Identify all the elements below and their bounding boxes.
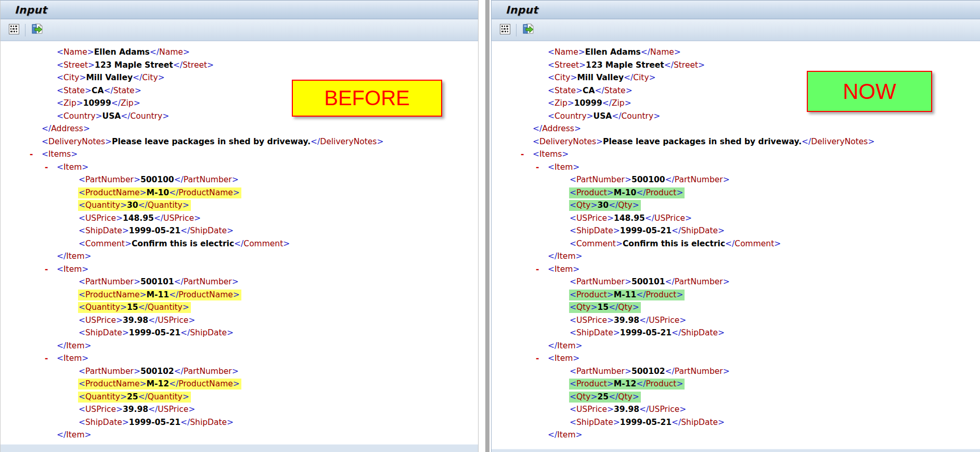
- xml-line: <ShipDate>1999-05-21</ShipDate>: [1, 416, 478, 429]
- collapse-marker[interactable]: -: [30, 148, 33, 161]
- xml-line: <ProductName>M-10</ProductName>: [1, 186, 478, 199]
- xml-line: <Quantity>25</Quantity>: [1, 391, 478, 404]
- xml-line: -<Items>: [1, 148, 478, 161]
- xml-line: <ProductName>M-11</ProductName>: [1, 288, 478, 302]
- xml-line: <Product>M-12</Product>: [492, 378, 980, 391]
- text-table-button[interactable]: [7, 22, 21, 37]
- xml-line: <PartNumber>500100</PartNumber>: [492, 173, 980, 186]
- xml-line: <ShipDate>1999-05-21</ShipDate>: [1, 327, 478, 340]
- panel-title: Input: [506, 4, 538, 16]
- xml-line: <USPrice>148.95</USPrice>: [492, 212, 980, 225]
- panel-divider-bar[interactable]: [485, 0, 489, 452]
- export-icon: [522, 23, 535, 37]
- panel-divider[interactable]: [479, 0, 491, 452]
- xml-line: </Address>: [492, 122, 980, 135]
- xml-line: -<Item>: [492, 352, 980, 365]
- xml-line: <Product>M-11</Product>: [492, 288, 980, 302]
- xml-line: <Comment>Confirm this is electric</Comme…: [492, 237, 980, 250]
- xml-line: </Item>: [1, 250, 478, 263]
- xml-line: <Qty>15</Qty>: [492, 301, 980, 314]
- toolbar: [492, 19, 980, 41]
- panel-header: Input: [1, 1, 478, 19]
- xml-line: <Qty>30</Qty>: [492, 199, 980, 212]
- xml-line: <USPrice>39.98</USPrice>: [1, 314, 478, 327]
- text-table-icon: [499, 23, 511, 36]
- xml-line: -<Item>: [492, 161, 980, 174]
- xml-line: <PartNumber>500100</PartNumber>: [1, 173, 478, 186]
- xml-line: <DeliveryNotes>Please leave packages in …: [492, 135, 980, 148]
- panel-header: Input: [492, 1, 980, 19]
- xml-line: </Item>: [492, 250, 980, 263]
- export-icon: [31, 23, 44, 37]
- text-table-button[interactable]: [498, 22, 512, 37]
- input-panel-before: Input: [0, 0, 479, 452]
- horizontal-scrollbar[interactable]: [492, 449, 980, 452]
- collapse-marker[interactable]: -: [521, 148, 524, 161]
- collapse-marker[interactable]: -: [536, 161, 539, 174]
- collapse-marker[interactable]: -: [45, 263, 48, 276]
- xml-line: </Item>: [492, 429, 980, 442]
- xml-line: -<Item>: [492, 263, 980, 276]
- collapse-marker[interactable]: -: [45, 161, 48, 174]
- xml-line: <Street>123 Maple Street</Street>: [492, 59, 980, 72]
- xml-line: <Comment>Confirm this is electric</Comme…: [1, 237, 478, 250]
- collapse-marker[interactable]: -: [45, 352, 48, 365]
- collapse-marker[interactable]: -: [536, 263, 539, 276]
- xml-line: <Name>Ellen Adams</Name>: [492, 46, 980, 59]
- xml-line: <PartNumber>500102</PartNumber>: [1, 365, 478, 378]
- xml-line: -<Items>: [492, 148, 980, 161]
- export-button[interactable]: [30, 22, 45, 38]
- xml-line: <ShipDate>1999-05-21</ShipDate>: [492, 327, 980, 340]
- xml-line: <ShipDate>1999-05-21</ShipDate>: [492, 416, 980, 429]
- xml-line: </Item>: [1, 340, 478, 353]
- xml-line: <DeliveryNotes>Please leave packages in …: [1, 135, 478, 148]
- toolbar-separator: [25, 24, 25, 36]
- export-button[interactable]: [521, 22, 536, 38]
- app-window: Input: [0, 0, 980, 452]
- collapse-marker[interactable]: -: [536, 352, 539, 365]
- toolbar: [1, 19, 478, 41]
- xml-line: <Name>Ellen Adams</Name>: [1, 46, 478, 59]
- xml-line: </Item>: [1, 429, 478, 442]
- xml-line: <Street>123 Maple Street</Street>: [1, 59, 478, 72]
- xml-line: <USPrice>39.98</USPrice>: [1, 403, 478, 416]
- xml-line: <USPrice>39.98</USPrice>: [492, 314, 980, 327]
- xml-line: <PartNumber>500101</PartNumber>: [1, 275, 478, 288]
- input-panel-now: Input: [491, 0, 980, 452]
- xml-line: <Quantity>30</Quantity>: [1, 199, 478, 212]
- xml-line: </Item>: [492, 340, 980, 353]
- now-badge: NOW: [807, 71, 932, 112]
- xml-line: <PartNumber>500102</PartNumber>: [492, 365, 980, 378]
- xml-line: </Address>: [1, 122, 478, 135]
- xml-line: <Qty>25</Qty>: [492, 391, 980, 404]
- xml-line: -<Item>: [1, 161, 478, 174]
- panel-title: Input: [15, 4, 47, 16]
- xml-line: -<Item>: [1, 263, 478, 276]
- horizontal-scrollbar[interactable]: [1, 444, 478, 452]
- text-table-icon: [8, 23, 20, 36]
- xml-line: <Product>M-10</Product>: [492, 186, 980, 199]
- xml-line: <USPrice>39.98</USPrice>: [492, 403, 980, 416]
- xml-line: <PartNumber>500101</PartNumber>: [492, 275, 980, 288]
- before-badge: BEFORE: [292, 80, 442, 117]
- xml-line: <USPrice>148.95</USPrice>: [1, 212, 478, 225]
- xml-line: <ProductName>M-12</ProductName>: [1, 378, 478, 391]
- toolbar-separator: [516, 24, 517, 36]
- xml-line: <Quantity>15</Quantity>: [1, 301, 478, 314]
- xml-line: <ShipDate>1999-05-21</ShipDate>: [492, 224, 980, 237]
- xml-line: <ShipDate>1999-05-21</ShipDate>: [1, 224, 478, 237]
- xml-line: -<Item>: [1, 352, 478, 365]
